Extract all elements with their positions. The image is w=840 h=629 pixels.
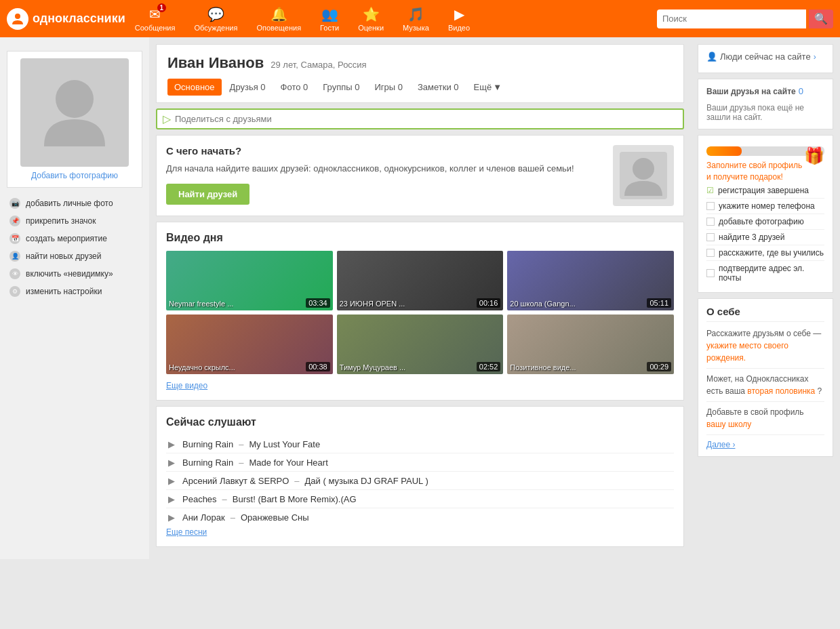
profile-fill-text2: и получите подарок! xyxy=(706,172,783,182)
video-nav-icon: ▶ xyxy=(454,6,464,22)
get-started-title: С чего начать? xyxy=(166,145,603,157)
nav-discussions-label: Обсуждения xyxy=(194,24,237,32)
gift-icon: 🎁 xyxy=(804,146,824,165)
checklist-item-2[interactable]: добавьте фотографию xyxy=(706,214,824,230)
about-panel: О себе Расскажите друзьям о себе — укажи… xyxy=(698,298,833,457)
check-box-5 xyxy=(706,269,715,277)
find-friends-button[interactable]: Найти друзей xyxy=(166,184,249,205)
about-link-1[interactable]: укажите место своего рождения. xyxy=(706,341,788,363)
sep-5: – xyxy=(231,512,235,523)
guests-icon: 👥 xyxy=(321,6,338,22)
video-thumb-3[interactable]: 20 школа (Gangn... 05:11 xyxy=(507,251,674,310)
search-button[interactable]: 🔍 xyxy=(809,9,833,28)
checklist-item-1[interactable]: укажите номер телефона xyxy=(706,199,824,214)
music-track-4: Burst! (Bart B More Remix).(AG xyxy=(233,494,357,504)
more-video-link[interactable]: Еще видео xyxy=(166,381,207,390)
profile-fill-link[interactable]: Заполните свой профиль и получите подаро… xyxy=(706,161,802,182)
svg-point-0 xyxy=(15,14,20,19)
sidebar-add-photo[interactable]: 📷 добавить личные фото xyxy=(0,195,149,212)
avatar-placeholder xyxy=(20,58,129,167)
checklist-label-0: регистрация завершена xyxy=(718,186,809,195)
get-started-text: С чего начать? Для начала найдите ваших … xyxy=(166,145,603,206)
tab-groups[interactable]: Группы 0 xyxy=(316,79,366,96)
get-started-desc: Для начала найдите ваших друзей: однокла… xyxy=(166,162,603,176)
right-sidebar: 👤 Люди сейчас на сайте › Ваши друзья на … xyxy=(691,37,840,559)
play-icon-4[interactable]: ▶ xyxy=(166,493,177,504)
video-duration-2: 00:16 xyxy=(477,298,501,308)
checklist: ☑ регистрация завершена укажите номер те… xyxy=(706,183,824,285)
video-panel: Видео дня Neymar freestyle ... 03:34 23 … xyxy=(156,222,684,401)
status-box: ▷ xyxy=(156,108,684,129)
online-now-title: 👤 Люди сейчас на сайте › xyxy=(706,52,824,62)
profile-name-row: Иван Иванов 29 лет, Самара, Россия xyxy=(167,54,673,72)
online-arrow-link[interactable]: › xyxy=(814,52,816,62)
checklist-item-3[interactable]: найдите 3 друзей xyxy=(706,230,824,245)
more-music-link[interactable]: Еще песни xyxy=(166,527,207,537)
sidebar-settings[interactable]: ⚙ изменить настройки xyxy=(0,283,149,300)
nav-notifications[interactable]: 🔔 Оповещения xyxy=(247,2,311,36)
video-section-title: Видео дня xyxy=(166,232,674,244)
tab-friends[interactable]: Друзья 0 xyxy=(223,79,273,96)
video-label-5: Тимур Муцураев ... xyxy=(340,363,406,371)
svg-point-1 xyxy=(56,80,94,118)
friends-online-title: Ваши друзья на сайте xyxy=(706,87,796,96)
nav-guests[interactable]: 👥 Гости xyxy=(311,2,348,36)
nav-discussions[interactable]: 💬 Обсуждения xyxy=(184,2,247,36)
add-photo-icon: 📷 xyxy=(9,198,20,209)
video-thumb-5[interactable]: Тимур Муцураев ... 02:52 xyxy=(337,314,504,374)
profile-bar-fill xyxy=(706,146,742,156)
search-input[interactable] xyxy=(657,9,806,28)
nav-messages[interactable]: ✉1 Сообщения xyxy=(125,2,185,36)
play-icon-1[interactable]: ▶ xyxy=(166,439,177,449)
play-icon-3[interactable]: ▶ xyxy=(166,475,177,486)
about-title: О себе xyxy=(706,306,824,322)
tab-notes[interactable]: Заметки 0 xyxy=(411,79,466,96)
sep-1: – xyxy=(239,439,243,449)
sidebar-create-event-label: создать мероприятие xyxy=(26,234,107,243)
play-icon-5[interactable]: ▶ xyxy=(166,512,177,523)
nav-ratings[interactable]: ⭐ Оценки xyxy=(348,2,393,36)
about-link-2[interactable]: вторая половинка xyxy=(747,386,815,396)
tab-main[interactable]: Основное xyxy=(167,79,222,96)
sidebar-pin-badge[interactable]: 📌 прикрепить значок xyxy=(0,212,149,230)
status-input[interactable] xyxy=(175,114,677,124)
site-logo[interactable]: одноклассники xyxy=(7,8,125,30)
checklist-item-5[interactable]: подтвердите адрес эл. почты xyxy=(706,261,824,285)
sidebar-invisible-label: включить «невидимку» xyxy=(26,269,113,279)
sidebar-invisible[interactable]: 👁 включить «невидимку» xyxy=(0,265,149,283)
sep-2: – xyxy=(239,458,243,468)
checklist-label-3: найдите 3 друзей xyxy=(719,232,784,242)
sidebar-create-event[interactable]: 📅 создать мероприятие xyxy=(0,230,149,247)
check-box-3 xyxy=(706,233,715,241)
music-item-4: ▶ Peaches – Burst! (Bart B More Remix).(… xyxy=(166,490,674,508)
get-started-image xyxy=(613,145,674,206)
logo-icon xyxy=(7,8,28,30)
nav-music[interactable]: 🎵 Музыка xyxy=(393,2,439,36)
about-link-3[interactable]: вашу школу xyxy=(706,420,751,429)
video-thumb-2[interactable]: 23 ИЮНЯ OPEN ... 00:16 xyxy=(337,251,504,310)
music-artist-2: Burning Rain xyxy=(182,458,233,468)
music-track-3: Дай ( музыка DJ GRAF PAUL ) xyxy=(305,476,428,486)
tab-photos[interactable]: Фото 0 xyxy=(274,79,315,96)
topnav: одноклассники ✉1 Сообщения 💬 Обсуждения … xyxy=(0,0,840,37)
video-thumb-4[interactable]: Неудачно скрылс... 00:38 xyxy=(166,314,333,374)
music-list: ▶ Burning Rain – My Lust Your Fate ▶ Bur… xyxy=(166,435,674,526)
check-box-2 xyxy=(706,218,715,226)
nav-video[interactable]: ▶ Видео xyxy=(439,2,479,36)
about-more-link[interactable]: Далее › xyxy=(706,440,735,449)
check-box-4 xyxy=(706,249,715,257)
tab-more[interactable]: Ещё ▼ xyxy=(467,79,508,96)
tab-games[interactable]: Игры 0 xyxy=(367,79,409,96)
play-icon-2[interactable]: ▶ xyxy=(166,457,177,468)
add-photo-link[interactable]: Добавить фотографию xyxy=(31,171,118,180)
sidebar-find-friends[interactable]: 👤 найти новых друзей xyxy=(0,247,149,265)
music-section-title: Сейчас слушают xyxy=(166,416,674,428)
music-artist-1: Burning Rain xyxy=(182,439,233,449)
video-thumb-1[interactable]: Neymar freestyle ... 03:34 xyxy=(166,251,333,310)
checklist-item-4[interactable]: расскажите, где вы учились xyxy=(706,245,824,261)
about-sep-1 xyxy=(706,368,824,369)
checklist-label-1: укажите номер телефона xyxy=(719,201,815,211)
about-text-3: Добавьте в свой профиль xyxy=(706,407,804,417)
video-thumb-6[interactable]: Позитивное виде... 00:29 xyxy=(507,314,674,374)
discussions-icon: 💬 xyxy=(207,6,224,22)
